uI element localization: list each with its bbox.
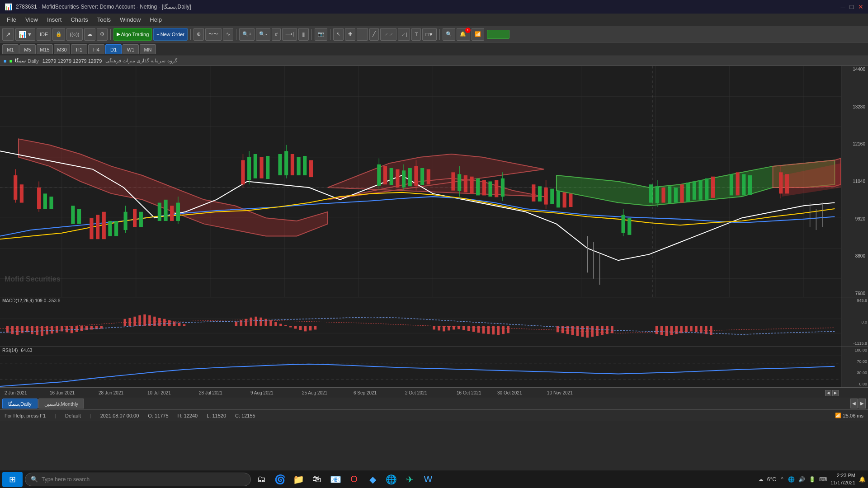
trendline-btn[interactable]: ╱ [369, 28, 379, 41]
svg-rect-29 [71, 206, 75, 224]
audio-btn[interactable]: ((○)) [66, 28, 82, 41]
cloud-btn[interactable]: ☁ [84, 28, 95, 41]
macd-btn[interactable]: 〜〜 [205, 28, 222, 41]
menu-help[interactable]: Help [145, 14, 166, 25]
title-bar: 📊 2783631 - MofidSecurities-Server: Demo… [0, 0, 868, 14]
tf-h4[interactable]: H4 [88, 44, 104, 54]
svg-rect-109 [736, 172, 740, 195]
tf-m30[interactable]: M30 [54, 44, 70, 54]
chart-scroll-buttons[interactable]: ◀ ▶ [825, 390, 839, 396]
crosshair-btn[interactable]: ⊕ [193, 28, 204, 41]
menu-insert[interactable]: Insert [42, 14, 66, 25]
svg-rect-182 [472, 326, 475, 332]
svg-rect-165 [274, 322, 277, 326]
svg-rect-33 [102, 212, 106, 239]
lock-btn[interactable]: 🔒 [52, 28, 65, 41]
svg-rect-58 [309, 160, 313, 177]
taskbar-chrome[interactable]: 🌐 [383, 471, 399, 488]
separator-2 [190, 29, 191, 40]
notification-bell-icon[interactable]: 🔔 [859, 476, 866, 483]
svg-rect-179 [458, 326, 460, 329]
macd-panel[interactable]: MACD(12,26,9) 109.0 -353.6 [0, 297, 868, 347]
taskbar-word[interactable]: W [420, 471, 436, 488]
tf-m5[interactable]: M5 [19, 44, 36, 54]
taskbar-folder[interactable]: 📁 [290, 471, 307, 488]
tab-qasmin-monthly[interactable]: قاسمین,Monthly [38, 399, 85, 408]
maximize-button[interactable]: □ [850, 3, 854, 10]
zoom-in-btn[interactable]: 🔍+ [239, 28, 255, 41]
signal2-btn[interactable]: 📶 [472, 28, 484, 41]
tf-w1[interactable]: W1 [123, 44, 139, 54]
status-bar: For Help, press F1 | Default | 2021.08.0… [0, 409, 868, 421]
menu-window[interactable]: Window [115, 14, 145, 25]
separator-6 [439, 29, 440, 40]
hline-btn[interactable]: — [357, 28, 368, 41]
screenshot-btn[interactable]: 📷 [315, 28, 327, 41]
rsi-panel[interactable]: RSI(14) 64.63 100.00 70.00 30.00 0.00 [0, 347, 868, 388]
help-text: For Help, press F1 [5, 413, 46, 418]
app-icon: 📊 [5, 3, 12, 10]
svg-rect-152 [163, 319, 165, 326]
taskbar-edge[interactable]: 🌀 [272, 471, 288, 488]
svg-rect-78 [488, 182, 492, 197]
taskbar-search[interactable]: 🔍 Type here to search [25, 473, 251, 486]
taskbar-vscode[interactable]: ◆ [364, 471, 381, 488]
tf-m15[interactable]: M15 [37, 44, 53, 54]
svg-rect-31 [90, 218, 93, 239]
signal-btn[interactable]: ∿ [223, 28, 233, 41]
tab-scroll-right[interactable]: ▶ [859, 399, 866, 408]
scroll-right-btn[interactable]: ⟶| [282, 28, 297, 41]
settings-btn[interactable]: ⚙ [97, 28, 108, 41]
tf-h1[interactable]: H1 [71, 44, 87, 54]
taskbar-mail[interactable]: 📧 [327, 471, 344, 488]
svg-rect-82 [532, 184, 535, 202]
chevron-icon[interactable]: ⌃ [780, 476, 784, 483]
search-placeholder: Type here to search [42, 476, 90, 483]
zoom-out-btn[interactable]: 🔍- [256, 28, 270, 41]
cursor-btn[interactable]: ↖ [333, 28, 344, 41]
taskbar-telegram[interactable]: ✈ [401, 471, 418, 488]
start-button[interactable]: ⊞ [2, 472, 23, 487]
tf-m1[interactable]: M1 [2, 44, 19, 54]
crosshair2-btn[interactable]: ✚ [345, 28, 355, 41]
ide-btn[interactable]: IDE [37, 28, 51, 41]
bar-chart-btn[interactable]: ||| [298, 28, 309, 41]
svg-rect-205 [670, 326, 673, 335]
algo-trading-btn[interactable]: ▶ Algo Trading [113, 28, 152, 41]
svg-rect-56 [297, 157, 300, 175]
chart-company: گروه سرمایه گذاری میراث فرهنگی [105, 58, 177, 64]
price-chart[interactable]: 14400 13280 12160 11040 9920 8800 7680 M… [0, 66, 868, 297]
chart-container: ■ ■ سمگا Daily 12979 12979 12979 12979 گ… [0, 56, 868, 398]
search-btn[interactable]: 🔍 [443, 28, 455, 41]
grid-btn[interactable]: # [272, 28, 281, 41]
tab-scroll-left[interactable]: ◀ [850, 399, 858, 408]
tf-mn[interactable]: MN [140, 44, 156, 54]
svg-rect-86 [550, 189, 554, 204]
menu-tools[interactable]: Tools [93, 14, 115, 25]
taskbar-office[interactable]: O [346, 471, 362, 488]
fib-btn[interactable]: ⟋| [398, 28, 410, 41]
tab-samga-daily[interactable]: سمگا,Daily [2, 399, 38, 408]
minimize-button[interactable]: ─ [841, 3, 845, 10]
scroll-right-btn2[interactable]: ▶ [832, 390, 839, 396]
network-icon: 🌐 [788, 476, 795, 483]
menu-view[interactable]: View [21, 14, 42, 25]
close-button[interactable]: ✕ [858, 3, 863, 10]
text-btn[interactable]: T [411, 28, 421, 41]
svg-rect-101 [674, 188, 678, 203]
svg-rect-110 [742, 174, 745, 195]
scroll-left-btn[interactable]: ◀ [825, 390, 831, 396]
taskbar-explorer[interactable]: 🗂 [253, 471, 269, 488]
new-order-btn[interactable]: + New Order [153, 28, 188, 41]
menu-file[interactable]: File [2, 14, 21, 25]
chart-type-btn[interactable]: 📊▼ [15, 28, 35, 41]
svg-rect-183 [477, 326, 480, 333]
shapes-btn[interactable]: □▼ [422, 28, 437, 41]
notification-btn[interactable]: 🔔1 [457, 28, 470, 41]
channel-btn[interactable]: ⟋⟋ [380, 28, 396, 41]
taskbar-store[interactable]: 🛍 [309, 471, 325, 488]
arrow-btn[interactable]: ↗ [2, 28, 14, 41]
svg-rect-106 [705, 178, 708, 200]
menu-charts[interactable]: Charts [66, 14, 92, 25]
tf-d1[interactable]: D1 [105, 44, 122, 54]
